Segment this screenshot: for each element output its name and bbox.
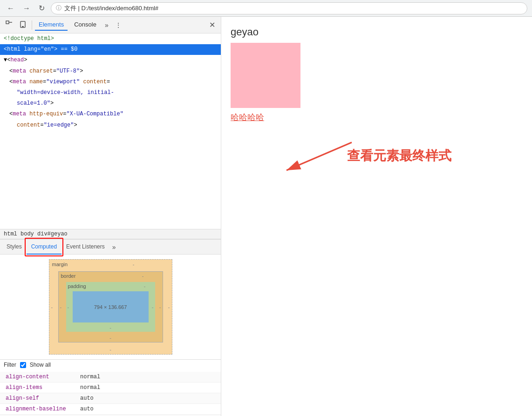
margin-label: margin: [52, 262, 68, 267]
svg-line-5: [286, 142, 352, 170]
devtools-menu-button[interactable]: ⋮: [113, 20, 123, 30]
margin-dash-bottom: -: [109, 347, 111, 352]
viewport-value-line: "width=device-width, initial-: [0, 87, 221, 98]
box-model-area: margin - - - - border - - - -: [0, 255, 221, 359]
annotation-text: 查看元素最终样式: [347, 147, 451, 165]
border-dash-top: -: [142, 273, 144, 279]
device-toolbar-button[interactable]: [18, 20, 29, 30]
doctype-line: <!doctype html>: [0, 34, 221, 44]
meta-compat-val-line: content="ie=edge">: [0, 120, 221, 131]
tab-computed[interactable]: Computed: [27, 240, 61, 255]
border-dash-right: -: [159, 304, 161, 310]
page-preview: geyao 哈哈哈哈 查看元素最终样式: [221, 17, 532, 416]
address-bar[interactable]: ⓘ 文件 | D:/test/index/demo680.html#: [51, 2, 527, 14]
preview-link[interactable]: 哈哈哈哈: [231, 113, 264, 122]
show-all-checkbox[interactable]: [20, 362, 26, 368]
border-label: border: [61, 273, 76, 279]
devtools-toolbar: Elements Console » ⋮ ✕: [0, 17, 221, 34]
meta-compat-line: <meta http-equiv="X-UA-Compatible": [0, 109, 221, 120]
border-dash-left: -: [60, 304, 62, 310]
breadcrumb-text: html body div#geyao: [4, 231, 68, 237]
margin-dash-top: -: [133, 262, 135, 267]
main-area: Elements Console » ⋮ ✕ <!doctype html> <…: [0, 17, 532, 416]
show-all-label: Show all: [30, 362, 51, 368]
tab-console[interactable]: Console: [70, 19, 100, 31]
head-line: ▼<head>: [0, 55, 221, 66]
inspect-element-button[interactable]: [4, 20, 15, 30]
css-properties-list[interactable]: align-content normal align-items normal …: [0, 370, 221, 416]
bottom-tabs: Styles Computed Event Listeners »: [0, 240, 221, 255]
more-bottom-tabs-button[interactable]: »: [109, 242, 119, 252]
browser-toolbar: ← → ↻ ⓘ 文件 | D:/test/index/demo680.html#: [0, 0, 532, 17]
forward-button[interactable]: →: [20, 3, 33, 13]
css-prop-alignment-baseline: alignment-baseline auto: [0, 404, 221, 415]
html-line[interactable]: <html lang="en"> == $0: [0, 44, 221, 55]
padding-label: padding: [68, 283, 86, 289]
tab-elements[interactable]: Elements: [35, 19, 68, 31]
margin-dash-left: -: [51, 304, 53, 310]
box-model-container: margin - - - - border - - - -: [49, 259, 172, 355]
padding-dash-right: -: [152, 304, 154, 310]
css-prop-align-content: align-content normal: [0, 372, 221, 382]
filter-bar: Filter Show all: [0, 359, 221, 370]
padding-dash-left: -: [68, 304, 69, 310]
preview-title: geyao: [231, 26, 523, 38]
border-box: border - - - - padding - 794 ×: [58, 271, 163, 342]
address-text: 文件 | D:/test/index/demo680.html#: [64, 4, 158, 13]
filter-label: Filter: [4, 362, 16, 368]
reload-button[interactable]: ↻: [36, 3, 47, 13]
devtools-close-button[interactable]: ✕: [207, 20, 217, 30]
toolbar-separator: [32, 20, 32, 30]
meta-charset-line: <meta charset="UTF-8">: [0, 66, 221, 77]
border-dash-bottom: -: [109, 335, 111, 341]
css-prop-align-self: align-self auto: [0, 393, 221, 404]
computed-content: margin - - - - border - - - -: [0, 255, 221, 416]
tab-event-listeners[interactable]: Event Listeners: [61, 240, 109, 255]
margin-dash-right: -: [168, 304, 170, 310]
annotation-arrow: [245, 128, 375, 184]
annotation-container: 查看元素最终样式: [245, 128, 501, 198]
viewport-value2-line: scale=1.0">: [0, 98, 221, 109]
svg-rect-3: [22, 26, 24, 27]
padding-dash: -: [144, 283, 146, 289]
padding-dash-bottom: -: [109, 325, 111, 330]
devtools-panel: Elements Console » ⋮ ✕ <!doctype html> <…: [0, 17, 221, 416]
info-icon: ⓘ: [56, 4, 61, 12]
content-size-label: 794 × 136.667: [94, 304, 127, 310]
breadcrumb: html body div#geyao: [0, 229, 221, 239]
svg-rect-0: [6, 21, 9, 24]
css-prop-align-items: align-items normal: [0, 382, 221, 393]
preview-pink-box: [231, 43, 300, 108]
bottom-panel: Styles Computed Event Listeners » margin…: [0, 239, 221, 416]
tab-styles[interactable]: Styles: [2, 240, 27, 255]
more-tabs-button[interactable]: »: [103, 20, 110, 30]
content-box: 794 × 136.667: [73, 291, 149, 322]
back-button[interactable]: ←: [5, 3, 17, 13]
meta-viewport-line: <meta name="viewport" content=: [0, 77, 221, 87]
padding-box: padding - 794 × 136.667 - - -: [66, 282, 155, 332]
elements-panel[interactable]: <!doctype html> <html lang="en"> == $0 ▼…: [0, 34, 221, 229]
